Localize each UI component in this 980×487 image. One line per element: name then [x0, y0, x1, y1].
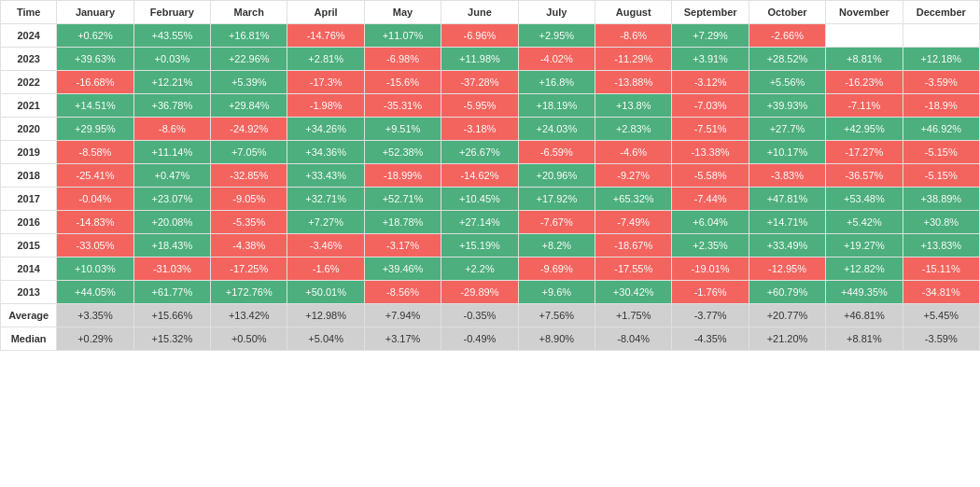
median-value-cell: -3.59% — [903, 327, 979, 351]
table-row: 2014+10.03%-31.03%-17.25%-1.6%+39.46%+2.… — [1, 257, 980, 281]
value-cell: -17.55% — [595, 257, 672, 281]
year-cell: 2014 — [1, 257, 57, 281]
value-cell: +20.08% — [133, 211, 210, 234]
median-value-cell: +3.17% — [364, 327, 441, 351]
value-cell: -19.01% — [672, 257, 749, 281]
value-cell: +5.56% — [749, 71, 825, 94]
average-value-cell: +7.94% — [364, 304, 441, 327]
value-cell: +10.03% — [57, 257, 133, 281]
table-row: 2018-25.41%+0.47%-32.85%+33.43%-18.99%-1… — [1, 164, 980, 188]
value-cell: +30.42% — [595, 281, 672, 304]
value-cell: -8.6% — [595, 24, 672, 48]
value-cell: +6.04% — [672, 211, 749, 234]
value-cell: +38.89% — [903, 188, 979, 211]
value-cell: -7.67% — [518, 211, 595, 234]
value-cell: -7.11% — [826, 94, 903, 118]
average-value-cell: +7.56% — [518, 304, 595, 327]
value-cell: +9.6% — [518, 281, 595, 304]
value-cell: +12.21% — [133, 71, 210, 94]
value-cell: -15.6% — [364, 71, 441, 94]
average-value-cell: +20.77% — [749, 304, 825, 327]
value-cell: +13.83% — [903, 234, 979, 257]
value-cell: -16.23% — [826, 71, 903, 94]
value-cell: -17.25% — [211, 257, 287, 281]
value-cell: -3.18% — [441, 118, 518, 141]
value-cell: -13.38% — [672, 141, 749, 164]
value-cell: +2.35% — [672, 234, 749, 257]
value-cell: +50.01% — [287, 281, 364, 304]
value-cell: +15.19% — [441, 234, 518, 257]
median-value-cell: +0.29% — [57, 327, 133, 351]
month-header-may: May — [364, 1, 441, 24]
value-cell: +47.81% — [749, 188, 825, 211]
value-cell: +27.14% — [441, 211, 518, 234]
year-cell: 2023 — [1, 48, 57, 71]
value-cell: +29.95% — [57, 118, 133, 141]
year-cell: 2018 — [1, 164, 57, 188]
value-cell: -29.89% — [441, 281, 518, 304]
value-cell: -31.03% — [133, 257, 210, 281]
average-value-cell: +13.42% — [211, 304, 287, 327]
value-cell: +53.48% — [826, 188, 903, 211]
value-cell: -2.66% — [749, 24, 825, 48]
value-cell: -0.04% — [57, 188, 133, 211]
table-row: 2016-14.83%+20.08%-5.35%+7.27%+18.78%+27… — [1, 211, 980, 234]
value-cell: +5.39% — [211, 71, 287, 94]
value-cell: +43.55% — [133, 24, 210, 48]
median-value-cell: -4.35% — [672, 327, 749, 351]
year-cell: 2016 — [1, 211, 57, 234]
value-cell: +14.51% — [57, 94, 133, 118]
year-cell: 2022 — [1, 71, 57, 94]
value-cell: +5.42% — [826, 211, 903, 234]
value-cell: -14.76% — [287, 24, 364, 48]
table-body: 2024+0.62%+43.55%+16.81%-14.76%+11.07%-6… — [1, 24, 980, 351]
value-cell: +60.79% — [749, 281, 825, 304]
value-cell: -3.83% — [749, 164, 825, 188]
table-row: 2020+29.95%-8.6%-24.92%+34.26%+9.51%-3.1… — [1, 118, 980, 141]
month-header-november: November — [826, 1, 903, 24]
value-cell: +12.18% — [903, 48, 979, 71]
value-cell: -18.99% — [364, 164, 441, 188]
average-row: Average+3.35%+15.66%+13.42%+12.98%+7.94%… — [1, 304, 980, 327]
value-cell: +44.05% — [57, 281, 133, 304]
value-cell: -34.81% — [903, 281, 979, 304]
value-cell: -8.56% — [364, 281, 441, 304]
value-cell: +13.8% — [595, 94, 672, 118]
value-cell: +46.92% — [903, 118, 979, 141]
value-cell: +8.81% — [826, 48, 903, 71]
value-cell: -4.6% — [595, 141, 672, 164]
month-header-march: March — [211, 1, 287, 24]
value-cell: -6.98% — [364, 48, 441, 71]
median-row: Median+0.29%+15.32%+0.50%+5.04%+3.17%-0.… — [1, 327, 980, 351]
table-row: 2017-0.04%+23.07%-9.05%+32.71%+52.71%+10… — [1, 188, 980, 211]
month-header-july: July — [518, 1, 595, 24]
value-cell: +33.49% — [749, 234, 825, 257]
average-value-cell: +1.75% — [595, 304, 672, 327]
value-cell: -9.27% — [595, 164, 672, 188]
value-cell: +10.17% — [749, 141, 825, 164]
value-cell: +26.67% — [441, 141, 518, 164]
value-cell: +12.82% — [826, 257, 903, 281]
value-cell: +3.91% — [672, 48, 749, 71]
table-row: 2024+0.62%+43.55%+16.81%-14.76%+11.07%-6… — [1, 24, 980, 48]
year-cell: 2013 — [1, 281, 57, 304]
value-cell: -11.29% — [595, 48, 672, 71]
value-cell: +34.36% — [287, 141, 364, 164]
value-cell: +18.19% — [518, 94, 595, 118]
value-cell: +23.07% — [133, 188, 210, 211]
value-cell: +52.38% — [364, 141, 441, 164]
average-value-cell: -0.35% — [441, 304, 518, 327]
average-value-cell: +12.98% — [287, 304, 364, 327]
value-cell: +2.2% — [441, 257, 518, 281]
value-cell: +0.03% — [133, 48, 210, 71]
value-cell: +449.35% — [826, 281, 903, 304]
value-cell: +11.14% — [133, 141, 210, 164]
value-cell: -36.57% — [826, 164, 903, 188]
value-cell: -1.76% — [672, 281, 749, 304]
value-cell: +8.2% — [518, 234, 595, 257]
value-cell: -9.69% — [518, 257, 595, 281]
value-cell: -18.67% — [595, 234, 672, 257]
value-cell: -5.35% — [211, 211, 287, 234]
month-header-january: January — [57, 1, 133, 24]
value-cell: +11.07% — [364, 24, 441, 48]
